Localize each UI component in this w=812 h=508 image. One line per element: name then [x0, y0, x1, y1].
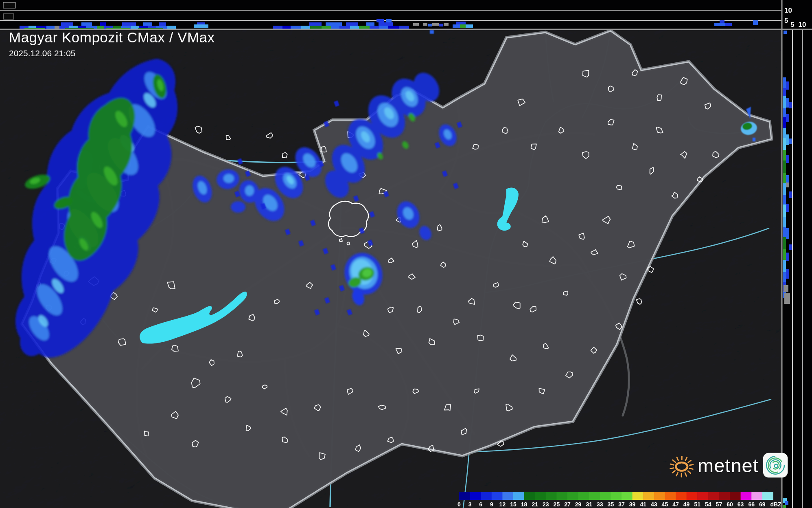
scale-tick-label: 45 — [662, 501, 668, 508]
scale-tick-label: 33 — [597, 501, 603, 508]
scale-tick-label: 3 — [468, 501, 472, 508]
top-axis-label-5: 5 — [784, 17, 788, 24]
scale-tick-label: 66 — [748, 501, 755, 508]
scale-tick-label: 51 — [694, 501, 700, 508]
metnet-logo: metnet — [666, 448, 788, 482]
corner-box-2 — [3, 14, 14, 19]
scale-tick-label: 60 — [727, 501, 733, 508]
scale-tick-label: 63 — [738, 501, 744, 508]
scale-tick-label: 6 — [479, 501, 482, 508]
scale-tick-label: 49 — [683, 501, 690, 508]
scale-tick-label: 25 — [554, 501, 560, 508]
scale-tick-label: 18 — [521, 501, 527, 508]
sun-icon — [666, 448, 696, 482]
right-axis-label-5: 5 — [790, 21, 794, 29]
scale-unit-label: dBZ — [770, 501, 781, 508]
scale-tick-label: 23 — [543, 501, 549, 508]
scale-tick-label: 15 — [510, 501, 517, 508]
top-axis-label-10: 10 — [784, 7, 792, 14]
scale-tick-label: 43 — [651, 501, 657, 508]
scale-tick-label: 41 — [640, 501, 646, 508]
scale-tick-label: 21 — [532, 501, 538, 508]
scale-tick-label: 27 — [564, 501, 571, 508]
scale-tick-label: 12 — [499, 501, 506, 508]
scale-tick-label: 37 — [618, 501, 625, 508]
scale-tick-label: 0 — [457, 501, 461, 508]
map-area — [0, 30, 781, 508]
scale-tick-label: 29 — [575, 501, 582, 508]
scale-tick-label: 39 — [629, 501, 636, 508]
right-axis-label-10: 10 — [799, 21, 806, 29]
scale-tick-label: 9 — [490, 501, 493, 508]
scale-tick-label: 57 — [716, 501, 722, 508]
scale-tick-label: 31 — [586, 501, 592, 508]
radar-map: 10 5 5 10 036912151821232527293133353739… — [0, 0, 812, 508]
logo-text: metnet — [698, 454, 759, 477]
scale-tick-label: 69 — [759, 501, 766, 508]
metnet-app-icon — [763, 450, 788, 480]
scale-tick-label: 35 — [608, 501, 614, 508]
scale-tick-label: 54 — [705, 501, 711, 508]
corner-box-1 — [3, 2, 15, 8]
scale-tick-label: 47 — [672, 501, 679, 508]
radar-composite-screen: 10 5 5 10 036912151821232527293133353739… — [0, 0, 812, 508]
